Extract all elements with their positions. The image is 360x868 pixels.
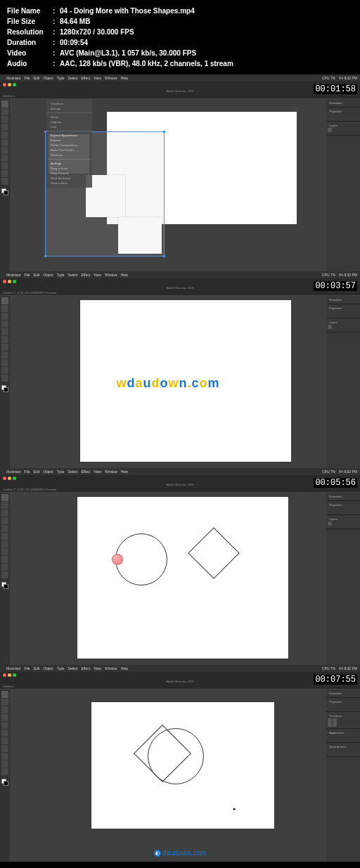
document-tab[interactable]: Untitled-1 <box>0 684 360 689</box>
dd-item[interactable]: Bring Forward <box>46 171 92 176</box>
pen-tool[interactable] <box>1 116 8 123</box>
dd-item[interactable]: Flatten Transparency... <box>46 143 92 148</box>
menu-type[interactable]: Type <box>57 666 65 671</box>
menu-view[interactable]: View <box>94 469 101 474</box>
zoom-tool[interactable] <box>1 375 8 382</box>
canvas[interactable] <box>10 493 326 666</box>
direct-selection-tool[interactable] <box>1 108 8 115</box>
pen-tool[interactable] <box>1 313 8 320</box>
menu-view[interactable]: View <box>94 666 101 671</box>
direct-selection-tool[interactable] <box>1 305 8 312</box>
essentials-panel[interactable]: Essentials <box>326 99 360 108</box>
eraser-tool[interactable] <box>1 344 8 351</box>
close-button[interactable] <box>3 477 6 480</box>
gradient-tool[interactable] <box>1 556 8 563</box>
zoom-tool[interactable] <box>1 768 8 775</box>
menu-view[interactable]: View <box>94 76 101 80</box>
menu-window[interactable]: Window <box>105 666 117 671</box>
zoom-tool[interactable] <box>1 571 8 578</box>
menu-object[interactable]: Object <box>43 76 53 80</box>
menu-file[interactable]: File <box>25 469 30 474</box>
document-tab[interactable]: Untitled-1 <box>0 93 360 99</box>
canvas[interactable] <box>10 689 326 862</box>
menu-view[interactable]: View <box>94 273 101 277</box>
rotate-tool[interactable] <box>1 548 8 555</box>
dd-item[interactable]: Send to Back <box>46 181 92 186</box>
direct-selection-tool[interactable] <box>1 502 8 509</box>
menu-window[interactable]: Window <box>105 76 117 80</box>
maximize-button[interactable] <box>13 83 16 86</box>
color-swatches[interactable] <box>1 582 8 589</box>
menu-select[interactable]: Select <box>68 273 78 277</box>
brush-tool[interactable] <box>1 336 8 343</box>
rectangle-tool[interactable] <box>1 328 8 335</box>
rotate-tool[interactable] <box>1 745 8 752</box>
layers-panel[interactable]: Layers <box>326 515 360 529</box>
menu-effect[interactable]: Effect <box>81 273 90 277</box>
selection-tool[interactable] <box>1 494 8 501</box>
menu-file[interactable]: File <box>25 273 30 277</box>
selection-tool[interactable] <box>1 101 8 108</box>
app-name[interactable]: Illustrator <box>6 76 21 80</box>
minimize-button[interactable] <box>8 280 11 283</box>
canvas[interactable]: Transform Arrange Group Ungroup Lock Exp… <box>10 99 326 273</box>
layers-panel[interactable]: Layers <box>326 122 360 136</box>
menu-object[interactable]: Object <box>43 469 53 474</box>
dd-item[interactable]: Group <box>46 115 92 119</box>
rectangle-tool[interactable] <box>1 131 8 138</box>
eyedropper-tool[interactable] <box>1 564 8 571</box>
essentials-panel[interactable]: Essentials <box>326 689 360 698</box>
menu-edit[interactable]: Edit <box>34 273 40 277</box>
dd-item[interactable]: Make Pixel Perfect <box>46 148 92 153</box>
menu-object[interactable]: Object <box>43 666 53 671</box>
gradient-tool[interactable] <box>1 162 8 169</box>
menu-help[interactable]: Help <box>121 273 128 277</box>
close-button[interactable] <box>3 280 6 283</box>
minimize-button[interactable] <box>8 83 11 86</box>
menu-select[interactable]: Select <box>68 469 78 474</box>
essentials-panel[interactable]: Essentials <box>326 493 360 501</box>
menu-select[interactable]: Select <box>68 666 78 671</box>
artboard[interactable] <box>77 497 288 659</box>
document-tab[interactable]: Untitled-1* @ 66.74% (RGB/GPU Preview) <box>0 487 360 493</box>
brush-tool[interactable] <box>1 533 8 540</box>
menu-type[interactable]: Type <box>57 76 65 80</box>
object-menu-dropdown[interactable]: Transform Arrange Group Ungroup Lock Exp… <box>46 99 92 188</box>
type-tool[interactable] <box>1 517 8 524</box>
canvas[interactable]: wdaudown.com <box>10 296 326 469</box>
menu-file[interactable]: File <box>25 666 30 671</box>
eyedropper-tool[interactable] <box>1 760 8 767</box>
minimize-button[interactable] <box>8 477 11 480</box>
gradient-tool[interactable] <box>1 359 8 366</box>
eraser-tool[interactable] <box>1 147 8 154</box>
dd-item[interactable]: Rasterize... <box>46 153 92 157</box>
menu-help[interactable]: Help <box>121 76 128 80</box>
menu-effect[interactable]: Effect <box>81 469 90 474</box>
rotate-tool[interactable] <box>1 351 8 358</box>
type-tool[interactable] <box>1 320 8 328</box>
color-swatches[interactable] <box>1 779 8 786</box>
close-button[interactable] <box>3 673 6 677</box>
appearance-panel[interactable]: Appearance <box>326 729 360 743</box>
app-name[interactable]: Illustrator <box>6 273 21 277</box>
app-name[interactable]: Illustrator <box>6 666 21 671</box>
pen-tool[interactable] <box>1 706 8 713</box>
eraser-tool[interactable] <box>1 737 8 744</box>
menu-object[interactable]: Object <box>43 273 53 277</box>
transform-panel[interactable]: Transform <box>326 712 360 729</box>
selection-tool[interactable] <box>1 297 8 304</box>
dd-item[interactable]: Lock <box>46 124 92 129</box>
eyedropper-tool[interactable] <box>1 367 8 374</box>
maximize-button[interactable] <box>13 477 16 480</box>
circle-shape[interactable] <box>115 533 167 585</box>
type-tool[interactable] <box>1 124 8 131</box>
artboard[interactable] <box>80 300 291 462</box>
dd-item[interactable]: Arrange <box>46 106 92 111</box>
menu-window[interactable]: Window <box>105 469 117 474</box>
properties-panel[interactable]: Properties <box>326 108 360 122</box>
properties-panel[interactable]: Properties <box>326 698 360 712</box>
selection-tool[interactable] <box>1 691 8 698</box>
dd-item[interactable]: Ungroup <box>46 119 92 124</box>
eyedropper-tool[interactable] <box>1 170 8 177</box>
zoom-tool[interactable] <box>1 178 8 185</box>
